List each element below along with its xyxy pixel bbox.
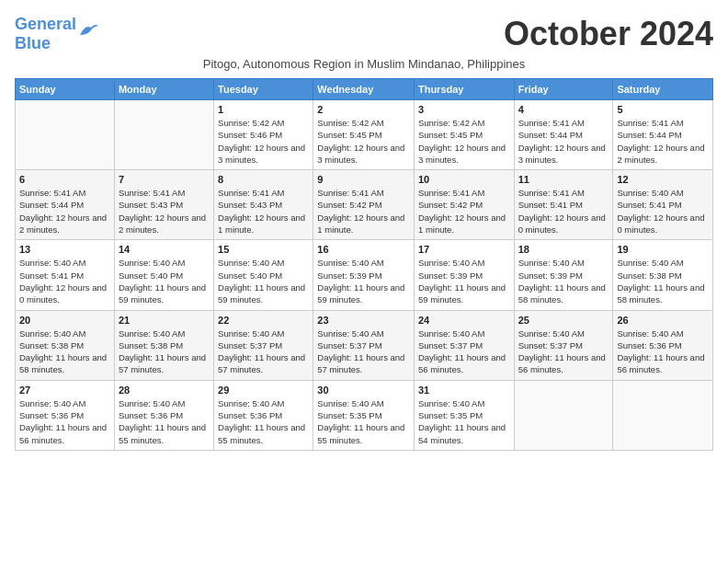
day-number: 13 (19, 244, 110, 255)
day-number: 29 (218, 385, 309, 396)
day-number: 7 (119, 174, 210, 185)
logo-text: GeneralBlue (15, 15, 76, 53)
day-number: 14 (119, 244, 210, 255)
calendar-cell: 4Sunrise: 5:41 AM Sunset: 5:44 PM Daylig… (514, 100, 613, 170)
day-number: 1 (218, 104, 309, 115)
calendar-cell: 26Sunrise: 5:40 AM Sunset: 5:36 PM Dayli… (613, 310, 713, 380)
day-number: 15 (218, 244, 309, 255)
day-info: Sunrise: 5:40 AM Sunset: 5:37 PM Dayligh… (418, 327, 510, 376)
calendar-header-thursday: Thursday (414, 79, 514, 100)
calendar-cell: 30Sunrise: 5:40 AM Sunset: 5:35 PM Dayli… (313, 380, 415, 450)
day-info: Sunrise: 5:42 AM Sunset: 5:46 PM Dayligh… (218, 117, 309, 166)
day-number: 17 (418, 244, 510, 255)
calendar-cell: 6Sunrise: 5:41 AM Sunset: 5:44 PM Daylig… (16, 170, 115, 240)
day-info: Sunrise: 5:40 AM Sunset: 5:37 PM Dayligh… (218, 327, 309, 376)
day-info: Sunrise: 5:40 AM Sunset: 5:39 PM Dayligh… (317, 257, 410, 305)
subtitle: Pitogo, Autonomous Region in Muslim Mind… (15, 57, 713, 71)
calendar-cell: 8Sunrise: 5:41 AM Sunset: 5:43 PM Daylig… (214, 170, 313, 240)
calendar-cell: 25Sunrise: 5:40 AM Sunset: 5:37 PM Dayli… (514, 310, 613, 380)
day-number: 24 (418, 315, 510, 326)
calendar: SundayMondayTuesdayWednesdayThursdayFrid… (15, 78, 713, 451)
day-info: Sunrise: 5:40 AM Sunset: 5:37 PM Dayligh… (317, 327, 410, 376)
day-info: Sunrise: 5:41 AM Sunset: 5:43 PM Dayligh… (218, 187, 309, 236)
day-number: 28 (119, 385, 210, 396)
day-number: 25 (518, 315, 609, 326)
day-info: Sunrise: 5:40 AM Sunset: 5:40 PM Dayligh… (218, 257, 309, 305)
day-number: 4 (518, 104, 609, 115)
calendar-cell: 29Sunrise: 5:40 AM Sunset: 5:36 PM Dayli… (214, 380, 313, 450)
day-info: Sunrise: 5:42 AM Sunset: 5:45 PM Dayligh… (418, 117, 510, 166)
day-number: 18 (518, 244, 609, 255)
day-number: 19 (617, 244, 709, 255)
calendar-cell: 13Sunrise: 5:40 AM Sunset: 5:41 PM Dayli… (16, 240, 115, 310)
day-info: Sunrise: 5:41 AM Sunset: 5:44 PM Dayligh… (518, 117, 609, 166)
calendar-header-row: SundayMondayTuesdayWednesdayThursdayFrid… (16, 79, 713, 100)
day-number: 9 (317, 174, 410, 185)
calendar-cell: 19Sunrise: 5:40 AM Sunset: 5:38 PM Dayli… (613, 240, 713, 310)
calendar-cell: 15Sunrise: 5:40 AM Sunset: 5:40 PM Dayli… (214, 240, 313, 310)
calendar-cell (514, 380, 613, 450)
day-info: Sunrise: 5:40 AM Sunset: 5:37 PM Dayligh… (518, 327, 609, 376)
day-number: 21 (119, 315, 210, 326)
day-number: 3 (418, 104, 510, 115)
day-info: Sunrise: 5:40 AM Sunset: 5:36 PM Dayligh… (218, 397, 309, 446)
calendar-cell: 16Sunrise: 5:40 AM Sunset: 5:39 PM Dayli… (313, 240, 415, 310)
calendar-cell: 22Sunrise: 5:40 AM Sunset: 5:37 PM Dayli… (214, 310, 313, 380)
calendar-cell: 24Sunrise: 5:40 AM Sunset: 5:37 PM Dayli… (414, 310, 514, 380)
day-info: Sunrise: 5:40 AM Sunset: 5:38 PM Dayligh… (617, 257, 709, 305)
calendar-cell: 21Sunrise: 5:40 AM Sunset: 5:38 PM Dayli… (114, 310, 213, 380)
calendar-header-monday: Monday (114, 79, 213, 100)
day-info: Sunrise: 5:41 AM Sunset: 5:41 PM Dayligh… (518, 187, 609, 236)
day-number: 12 (617, 174, 709, 185)
calendar-cell: 28Sunrise: 5:40 AM Sunset: 5:36 PM Dayli… (114, 380, 213, 450)
day-info: Sunrise: 5:41 AM Sunset: 5:42 PM Dayligh… (317, 187, 410, 236)
day-number: 31 (418, 385, 510, 396)
day-number: 16 (317, 244, 410, 255)
day-number: 10 (418, 174, 510, 185)
calendar-week-2: 6Sunrise: 5:41 AM Sunset: 5:44 PM Daylig… (16, 170, 713, 240)
day-info: Sunrise: 5:40 AM Sunset: 5:38 PM Dayligh… (119, 327, 210, 376)
logo-bird-icon (78, 22, 98, 37)
day-info: Sunrise: 5:40 AM Sunset: 5:36 PM Dayligh… (19, 397, 110, 446)
day-number: 5 (617, 104, 709, 115)
calendar-cell: 10Sunrise: 5:41 AM Sunset: 5:42 PM Dayli… (414, 170, 514, 240)
header: GeneralBlue October 2024 (15, 15, 713, 53)
day-info: Sunrise: 5:40 AM Sunset: 5:41 PM Dayligh… (617, 187, 709, 236)
calendar-cell: 17Sunrise: 5:40 AM Sunset: 5:39 PM Dayli… (414, 240, 514, 310)
calendar-cell: 12Sunrise: 5:40 AM Sunset: 5:41 PM Dayli… (613, 170, 713, 240)
calendar-cell: 11Sunrise: 5:41 AM Sunset: 5:41 PM Dayli… (514, 170, 613, 240)
calendar-cell (16, 100, 115, 170)
calendar-cell: 14Sunrise: 5:40 AM Sunset: 5:40 PM Dayli… (114, 240, 213, 310)
day-info: Sunrise: 5:40 AM Sunset: 5:38 PM Dayligh… (19, 327, 110, 376)
calendar-cell: 1Sunrise: 5:42 AM Sunset: 5:46 PM Daylig… (214, 100, 313, 170)
day-info: Sunrise: 5:41 AM Sunset: 5:42 PM Dayligh… (418, 187, 510, 236)
calendar-header-saturday: Saturday (613, 79, 713, 100)
day-info: Sunrise: 5:40 AM Sunset: 5:36 PM Dayligh… (617, 327, 709, 376)
day-info: Sunrise: 5:40 AM Sunset: 5:35 PM Dayligh… (418, 397, 510, 446)
calendar-cell: 18Sunrise: 5:40 AM Sunset: 5:39 PM Dayli… (514, 240, 613, 310)
calendar-cell: 20Sunrise: 5:40 AM Sunset: 5:38 PM Dayli… (16, 310, 115, 380)
calendar-week-1: 1Sunrise: 5:42 AM Sunset: 5:46 PM Daylig… (16, 100, 713, 170)
day-number: 2 (317, 104, 410, 115)
day-info: Sunrise: 5:40 AM Sunset: 5:35 PM Dayligh… (317, 397, 410, 446)
day-number: 8 (218, 174, 309, 185)
day-info: Sunrise: 5:40 AM Sunset: 5:40 PM Dayligh… (119, 257, 210, 305)
calendar-cell: 9Sunrise: 5:41 AM Sunset: 5:42 PM Daylig… (313, 170, 415, 240)
calendar-cell: 7Sunrise: 5:41 AM Sunset: 5:43 PM Daylig… (114, 170, 213, 240)
day-info: Sunrise: 5:41 AM Sunset: 5:44 PM Dayligh… (19, 187, 110, 236)
day-info: Sunrise: 5:40 AM Sunset: 5:39 PM Dayligh… (518, 257, 609, 305)
day-info: Sunrise: 5:42 AM Sunset: 5:45 PM Dayligh… (317, 117, 410, 166)
day-info: Sunrise: 5:41 AM Sunset: 5:44 PM Dayligh… (617, 117, 709, 166)
day-number: 22 (218, 315, 309, 326)
day-number: 23 (317, 315, 410, 326)
day-info: Sunrise: 5:40 AM Sunset: 5:36 PM Dayligh… (119, 397, 210, 446)
calendar-cell: 2Sunrise: 5:42 AM Sunset: 5:45 PM Daylig… (313, 100, 415, 170)
calendar-week-4: 20Sunrise: 5:40 AM Sunset: 5:38 PM Dayli… (16, 310, 713, 380)
day-info: Sunrise: 5:40 AM Sunset: 5:41 PM Dayligh… (19, 257, 110, 305)
calendar-cell: 27Sunrise: 5:40 AM Sunset: 5:36 PM Dayli… (16, 380, 115, 450)
calendar-cell (613, 380, 713, 450)
calendar-cell (114, 100, 213, 170)
calendar-cell: 5Sunrise: 5:41 AM Sunset: 5:44 PM Daylig… (613, 100, 713, 170)
calendar-cell: 23Sunrise: 5:40 AM Sunset: 5:37 PM Dayli… (313, 310, 415, 380)
day-number: 11 (518, 174, 609, 185)
